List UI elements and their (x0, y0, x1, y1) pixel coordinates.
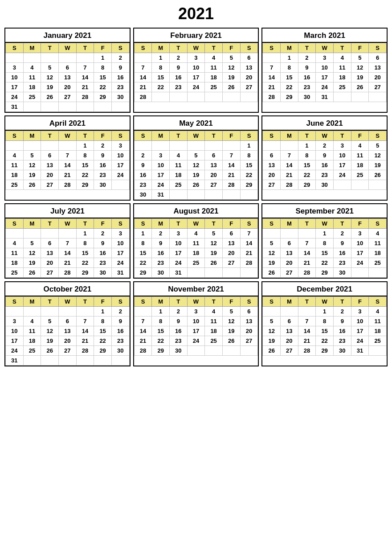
day-cell: 29 (316, 346, 334, 356)
day-cell: 14 (263, 73, 281, 82)
day-cell: 5 (23, 238, 41, 248)
day-cell: 22 (76, 258, 94, 268)
day-cell: 8 (298, 151, 316, 160)
day-cell: 16 (111, 326, 129, 336)
day-cell: 1 (94, 307, 112, 317)
day-cell: 17 (169, 248, 187, 258)
month-table-7: SMTWTFS123456789101112131415161718192021… (5, 218, 130, 278)
day-cell (205, 346, 223, 356)
day-cell (222, 346, 240, 356)
day-cell: 29 (240, 180, 258, 190)
day-header-T-2: T (169, 219, 187, 229)
day-cell: 2 (316, 141, 334, 151)
day-header-S-6: S (111, 43, 129, 53)
day-header-F-5: F (351, 297, 369, 307)
month-block-10: October 2021SMTWTFS123456789101112131415… (4, 281, 131, 366)
day-header-M-1: M (23, 131, 41, 141)
day-cell: 8 (76, 151, 94, 160)
day-cell (58, 141, 76, 151)
day-cell: 22 (76, 170, 94, 180)
day-header-T-4: T (333, 43, 351, 53)
day-cell: 12 (263, 326, 281, 336)
day-cell: 4 (369, 307, 387, 317)
day-cell: 27 (41, 268, 59, 278)
day-cell: 14 (280, 160, 298, 170)
month-block-11: November 2021SMTWTFS12345678910111213141… (133, 281, 259, 366)
day-cell: 12 (41, 326, 59, 336)
day-cell: 24 (187, 336, 205, 346)
day-cell: 23 (111, 336, 129, 346)
day-cell: 20 (240, 73, 258, 82)
day-header-S-0: S (263, 131, 281, 141)
day-cell: 26 (369, 170, 387, 180)
day-header-M-1: M (152, 43, 170, 53)
day-cell: 27 (369, 82, 387, 92)
day-cell: 2 (169, 53, 187, 63)
month-title-3: March 2021 (262, 29, 387, 43)
day-cell: 31 (316, 92, 334, 102)
day-cell: 2 (169, 307, 187, 317)
day-cell: 12 (222, 63, 240, 73)
day-cell: 18 (23, 336, 41, 346)
day-cell: 18 (205, 73, 223, 82)
day-cell: 24 (152, 180, 170, 190)
day-cell (222, 190, 240, 200)
day-cell: 27 (205, 180, 223, 190)
day-cell: 23 (169, 82, 187, 92)
day-cell: 23 (333, 258, 351, 268)
day-cell: 13 (58, 326, 76, 336)
day-cell: 18 (6, 258, 24, 268)
day-cell: 30 (134, 190, 152, 200)
day-cell: 9 (169, 63, 187, 73)
day-cell: 27 (58, 346, 76, 356)
day-cell: 4 (369, 229, 387, 238)
month-block-1: January 2021SMTWTFS123456789101112131415… (4, 28, 131, 113)
day-cell: 4 (205, 307, 223, 317)
day-header-S-6: S (111, 297, 129, 307)
day-header-W-3: W (58, 297, 76, 307)
day-cell (187, 346, 205, 356)
day-cell: 10 (187, 317, 205, 326)
day-cell: 17 (111, 160, 129, 170)
day-cell: 27 (240, 336, 258, 346)
day-cell: 15 (240, 160, 258, 170)
day-cell (23, 307, 41, 317)
day-cell (41, 356, 59, 366)
day-cell: 5 (41, 63, 59, 73)
day-cell: 22 (280, 82, 298, 92)
day-cell: 15 (152, 326, 170, 336)
day-cell: 4 (23, 63, 41, 73)
day-cell: 22 (94, 336, 112, 346)
day-cell: 30 (169, 346, 187, 356)
day-cell: 20 (58, 82, 76, 92)
day-header-S-0: S (134, 43, 152, 53)
day-cell: 30 (152, 268, 170, 278)
day-cell: 7 (58, 151, 76, 160)
day-cell: 26 (351, 82, 369, 92)
day-cell: 26 (222, 82, 240, 92)
day-cell (76, 356, 94, 366)
day-cell: 7 (298, 238, 316, 248)
day-header-T-4: T (205, 131, 223, 141)
day-cell (58, 53, 76, 63)
day-cell: 22 (316, 258, 334, 268)
month-table-2: SMTWTFS123456789101112131415161718192021… (134, 43, 258, 102)
day-cell: 18 (23, 82, 41, 92)
day-header-S-0: S (6, 131, 24, 141)
day-cell (58, 356, 76, 366)
day-cell (369, 180, 387, 190)
day-cell: 20 (263, 170, 281, 180)
month-block-6: June 2021SMTWTFS123456789101112131415161… (261, 115, 388, 201)
day-cell: 12 (23, 248, 41, 258)
day-cell: 15 (76, 248, 94, 258)
day-cell: 30 (94, 268, 112, 278)
day-cell: 11 (369, 317, 387, 326)
day-cell: 16 (316, 160, 334, 170)
day-cell: 15 (152, 73, 170, 82)
day-cell: 13 (41, 248, 59, 258)
day-cell: 26 (205, 258, 223, 268)
day-cell (94, 102, 112, 112)
day-header-T-2: T (41, 131, 59, 141)
day-cell (187, 141, 205, 151)
day-cell: 16 (94, 248, 112, 258)
